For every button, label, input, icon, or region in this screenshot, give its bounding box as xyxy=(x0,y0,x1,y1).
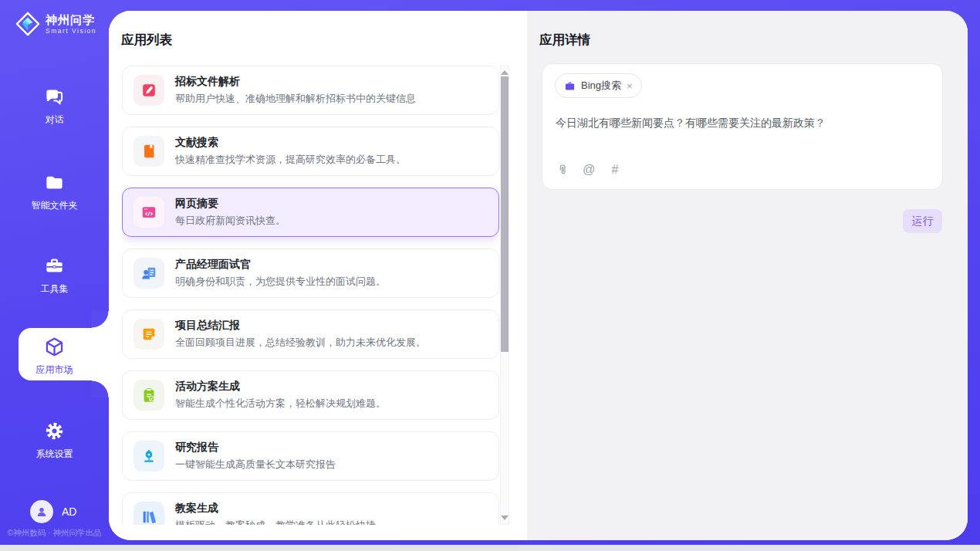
web-code-icon xyxy=(133,197,164,228)
app-card-description: 帮助用户快速、准确地理解和解析招标书中的关键信息 xyxy=(175,92,416,106)
app-card[interactable]: 活动方案生成 智能生成个性化活动方案，轻松解决规划难题。 xyxy=(122,370,499,420)
interviewer-icon xyxy=(133,258,164,289)
sidebar-item-smart-folder[interactable]: 智能文件夹 xyxy=(0,172,109,212)
prompt-card: Bing搜索 × 今日湖北有哪些新闻要点？有哪些需要关注的最新政策？ @# xyxy=(542,63,943,190)
tab-curve-top xyxy=(92,311,109,328)
app-card-description: 快速精准查找学术资源，提高研究效率的必备工具。 xyxy=(175,153,406,167)
avatar xyxy=(30,500,53,523)
app-card[interactable]: 招标文件解析 帮助用户快速、准确地理解和解析招标书中的关键信息 xyxy=(122,66,499,115)
sidebar-item-label: 应用市场 xyxy=(36,364,73,375)
app-card-title: 招标文件解析 xyxy=(175,75,416,89)
sidebar-item-label: 系统设置 xyxy=(36,448,73,459)
brand-subtitle: Smart Vision xyxy=(46,27,96,35)
edit-doc-icon xyxy=(133,75,164,106)
gear-icon xyxy=(44,421,65,441)
mention-icon[interactable]: @ xyxy=(582,163,596,177)
sidebar: 神州问学 Smart Vision 对话 智能文件夹 工具集 应用市场 系统设置… xyxy=(0,0,109,545)
scroll-down-arrow[interactable] xyxy=(501,516,509,520)
scrollbar-thumb[interactable] xyxy=(501,76,509,352)
app-card[interactable]: 网页摘要 每日政府新闻资讯快查。 xyxy=(122,188,499,237)
prompt-toolbar: @# xyxy=(556,163,622,177)
app-list-title: 应用列表 xyxy=(121,32,172,49)
sidebar-item-app-market[interactable]: 应用市场 xyxy=(0,336,109,377)
app-card-title: 文献搜索 xyxy=(175,136,406,150)
app-card-description: 一键智能生成高质量长文本研究报告 xyxy=(175,458,336,472)
sidebar-item-label: 工具集 xyxy=(41,283,69,294)
run-button[interactable]: 运行 xyxy=(903,209,942,233)
attachment-icon[interactable] xyxy=(556,163,569,177)
user-badge[interactable]: AD xyxy=(30,500,76,523)
book-icon xyxy=(133,136,164,167)
prompt-text[interactable]: 今日湖北有哪些新闻要点？有哪些需要关注的最新政策？ xyxy=(556,115,927,131)
app-card-title: 产品经理面试官 xyxy=(175,258,386,272)
books-icon xyxy=(133,502,164,525)
brand-logo: 神州问学 Smart Vision xyxy=(15,12,96,36)
hash-icon[interactable]: # xyxy=(608,163,622,177)
sidebar-item-label: 智能文件夹 xyxy=(32,200,78,211)
app-list: 招标文件解析 帮助用户快速、准确地理解和解析招标书中的关键信息 文献搜索 快速精… xyxy=(122,66,499,525)
app-card[interactable]: 项目总结汇报 全面回顾项目进展，总结经验教训，助力未来优化发展。 xyxy=(122,309,499,359)
chat-icon xyxy=(44,86,65,107)
app-card-title: 项目总结汇报 xyxy=(175,319,426,333)
tool-chip-bing-search[interactable]: Bing搜索 × xyxy=(555,73,642,98)
toolbox-icon xyxy=(44,255,65,276)
content-shell: 应用列表 招标文件解析 帮助用户快速、准确地理解和解析招标书中的关键信息 文献搜… xyxy=(109,11,968,540)
tool-chip-label: Bing搜索 xyxy=(581,79,621,93)
app-card[interactable]: 教案生成 模板驱动，教案秒成，教学准备从此轻松快捷 xyxy=(122,492,499,525)
app-list-panel: 应用列表 招标文件解析 帮助用户快速、准确地理解和解析招标书中的关键信息 文献搜… xyxy=(109,11,527,540)
scroll-up-arrow[interactable] xyxy=(501,70,509,75)
app-card-title: 教案生成 xyxy=(175,502,376,516)
tab-curve-bottom xyxy=(92,380,109,397)
app-card-description: 智能生成个性化活动方案，轻松解决规划难题。 xyxy=(175,397,386,411)
sidebar-item-settings[interactable]: 系统设置 xyxy=(0,421,109,461)
cube-icon xyxy=(44,336,65,357)
folder-icon xyxy=(44,172,65,193)
sidebar-item-chat[interactable]: 对话 xyxy=(0,86,109,127)
app-detail-panel: 应用详情 Bing搜索 × 今日湖北有哪些新闻要点？有哪些需要关注的最新政策？ … xyxy=(527,11,968,540)
app-card[interactable]: 文献搜索 快速精准查找学术资源，提高研究效率的必备工具。 xyxy=(122,127,499,176)
app-card-description: 模板驱动，教案秒成，教学准备从此轻松快捷 xyxy=(175,519,376,525)
note-icon xyxy=(133,319,164,350)
app-card-title: 网页摘要 xyxy=(175,197,286,211)
app-root: 神州问学 Smart Vision 对话 智能文件夹 工具集 应用市场 系统设置… xyxy=(0,0,980,551)
sidebar-item-label: 对话 xyxy=(46,114,64,125)
app-card-description: 每日政府新闻资讯快查。 xyxy=(175,214,286,228)
app-card[interactable]: 产品经理面试官 明确身份和职责，为您提供专业性的面试问题。 xyxy=(122,248,499,298)
clipboard-icon xyxy=(133,380,164,411)
briefcase-icon xyxy=(564,80,576,92)
sidebar-item-toolkit[interactable]: 工具集 xyxy=(0,255,109,296)
app-card-title: 活动方案生成 xyxy=(175,380,386,394)
brand-name: 神州问学 xyxy=(46,13,96,27)
copyright-text: ©神州数码 · 神州问学出品 xyxy=(0,528,109,539)
list-scrollbar[interactable] xyxy=(500,66,509,525)
app-detail-title: 应用详情 xyxy=(539,32,590,49)
chip-close-icon[interactable]: × xyxy=(627,81,633,91)
app-card-title: 研究报告 xyxy=(175,441,336,455)
user-initials: AD xyxy=(62,505,76,518)
diamond-logo-icon xyxy=(15,12,40,36)
app-card[interactable]: 研究报告 一键智能生成高质量长文本研究报告 xyxy=(122,431,499,481)
bottom-strip xyxy=(0,545,980,551)
app-card-description: 全面回顾项目进展，总结经验教训，助力未来优化发展。 xyxy=(175,336,426,350)
app-card-description: 明确身份和职责，为您提供专业性的面试问题。 xyxy=(175,275,386,289)
ink-icon xyxy=(133,441,164,472)
